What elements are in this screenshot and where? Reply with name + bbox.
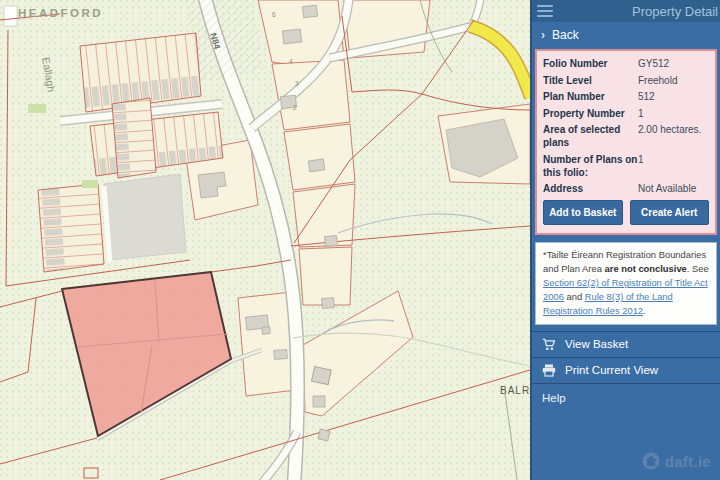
panel-header: Property Detail: [532, 0, 720, 22]
print-label: Print Current View: [565, 364, 658, 376]
plot-number: 4: [289, 58, 293, 65]
create-alert-button[interactable]: Create Alert: [630, 200, 710, 225]
plot-number: 3: [295, 80, 299, 87]
info-value: GY512: [638, 57, 669, 70]
info-value: Not Available: [638, 182, 696, 195]
daft-watermark: daft.ie: [641, 451, 711, 471]
app-window: HEADFORD Eallagh N84 BALRI 6 4 3 2 Prope…: [0, 0, 720, 480]
plot-number: 2: [293, 104, 297, 111]
info-label: Property Number: [543, 107, 638, 120]
disclaimer-text: and: [564, 291, 585, 302]
info-label: Number of Plans on this folio:: [543, 153, 638, 179]
printer-icon: [542, 364, 556, 377]
chevron-right-icon: ›: [541, 29, 545, 41]
map-label-headford: HEADFORD: [18, 7, 103, 19]
property-info-box: Folio Number GY512 Title Level Freehold …: [535, 49, 717, 235]
disclaimer-box: *Tailte Éireann Registration Boundaries …: [535, 242, 717, 325]
menu-icon[interactable]: [537, 5, 553, 17]
back-label: Back: [552, 28, 579, 42]
info-row-area: Area of selected plans 2.00 hectares.: [543, 123, 709, 149]
info-value: 512: [638, 90, 655, 103]
help-item[interactable]: Help: [532, 384, 720, 412]
info-value: Freehold: [638, 74, 677, 87]
info-row-plan-count: Number of Plans on this folio: 1: [543, 153, 709, 179]
daft-logo-icon: [641, 451, 661, 471]
info-actions: Add to Basket Create Alert: [543, 200, 709, 225]
property-detail-panel: Property Detail › Back Folio Number GY51…: [530, 0, 720, 480]
panel-title: Property Detail: [632, 4, 718, 19]
view-basket-label: View Basket: [565, 338, 628, 350]
map-canvas[interactable]: HEADFORD Eallagh N84 BALRI 6 4 3 2: [0, 0, 530, 480]
info-value: 1: [638, 107, 644, 120]
info-row-property-number: Property Number 1: [543, 107, 709, 120]
info-label: Address: [543, 182, 638, 195]
info-value: 2.00 hectares.: [638, 123, 701, 149]
info-label: Plan Number: [543, 90, 638, 103]
info-label: Folio Number: [543, 57, 638, 70]
info-label: Area of selected plans: [543, 123, 638, 149]
view-basket-item[interactable]: View Basket: [532, 331, 720, 357]
add-to-basket-button[interactable]: Add to Basket: [543, 200, 623, 225]
info-row-folio: Folio Number GY512: [543, 57, 709, 70]
back-button[interactable]: › Back: [532, 22, 720, 47]
daft-watermark-text: daft.ie: [665, 453, 711, 470]
disclaimer-text: . See: [687, 263, 709, 274]
info-row-address: Address Not Available: [543, 182, 709, 195]
info-row-plan-number: Plan Number 512: [543, 90, 709, 103]
plot-number: 6: [272, 11, 276, 18]
map-label-balri: BALRI: [500, 385, 530, 396]
print-current-view-item[interactable]: Print Current View: [532, 357, 720, 384]
info-label: Title Level: [543, 74, 638, 87]
disclaimer-text: .: [643, 305, 646, 316]
disclaimer-bold: are not conclusive: [605, 263, 687, 274]
cart-icon: [542, 338, 556, 351]
map-viewport[interactable]: HEADFORD Eallagh N84 BALRI 6 4 3 2: [0, 0, 530, 480]
info-value: 1: [638, 153, 644, 179]
info-row-title-level: Title Level Freehold: [543, 74, 709, 87]
